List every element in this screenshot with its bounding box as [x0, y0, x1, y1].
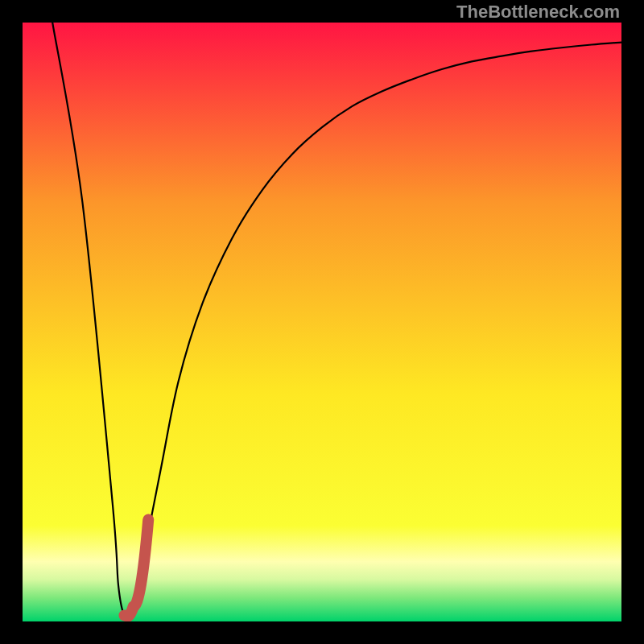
chart-frame: TheBottleneck.com: [0, 0, 644, 644]
chart-svg: [23, 23, 621, 621]
watermark-label: TheBottleneck.com: [456, 2, 620, 23]
plot-area: [23, 23, 621, 621]
gradient-background: [23, 23, 621, 621]
